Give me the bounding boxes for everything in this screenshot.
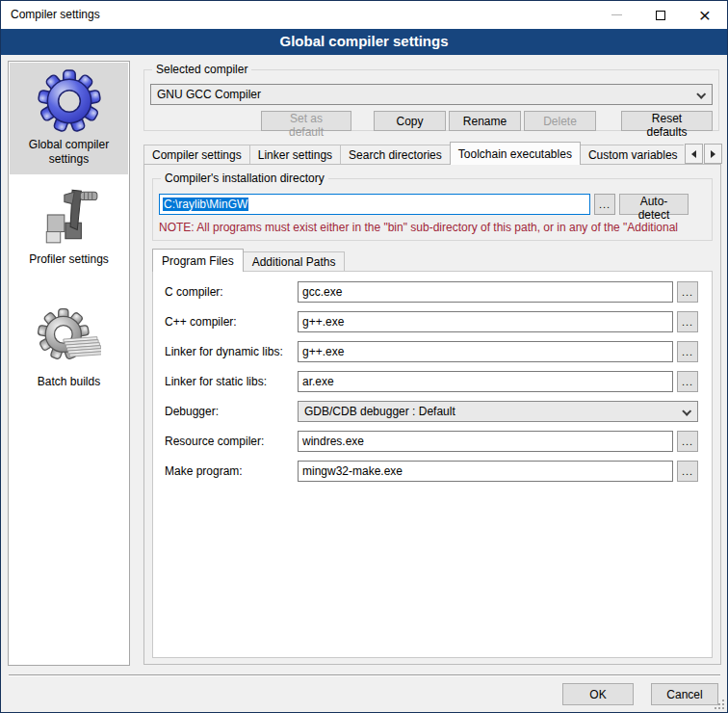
- sidebar-item-label: Global compiler settings: [12, 138, 126, 167]
- sidebar-item-label: Profiler settings: [29, 252, 109, 267]
- static-linker-label: Linker for static libs:: [165, 375, 298, 388]
- make-program-label: Make program:: [165, 464, 298, 478]
- debugger-select[interactable]: GDB/CDB debugger : Default: [298, 401, 698, 422]
- right-arrow-icon: [711, 150, 715, 158]
- maximize-button[interactable]: [638, 1, 683, 29]
- resize-grip[interactable]: [714, 699, 725, 710]
- make-program-input[interactable]: [298, 461, 673, 482]
- tab-compiler-settings[interactable]: Compiler settings: [143, 145, 250, 165]
- tab-toolchain-executables[interactable]: Toolchain executables: [450, 142, 581, 165]
- tab-linker-settings[interactable]: Linker settings: [249, 145, 341, 165]
- tab-custom-variables[interactable]: Custom variables: [580, 145, 684, 165]
- dynamic-linker-row: Linker for dynamic libs: ...: [165, 341, 698, 362]
- selected-compiler-legend: Selected compiler: [152, 63, 251, 76]
- window-title: Compiler settings: [11, 1, 100, 29]
- resource-compiler-label: Resource compiler:: [165, 435, 298, 448]
- compiler-select[interactable]: GNU GCC Compiler: [150, 84, 713, 105]
- set-as-default-button[interactable]: Set as default: [261, 111, 351, 131]
- resource-compiler-row: Resource compiler: ...: [165, 431, 698, 452]
- blue-gear-icon: [38, 69, 101, 133]
- minimize-icon: [611, 14, 622, 15]
- install-dir-input[interactable]: C:\raylib\MinGW: [159, 194, 590, 215]
- program-subtabs: Program Files Additional Paths: [152, 249, 344, 271]
- sidebar-item-batch-builds[interactable]: Batch builds: [10, 300, 128, 397]
- titlebar[interactable]: Compiler settings ×: [1, 1, 727, 29]
- bin-subdirectory-note: NOTE: All programs must exist either in …: [159, 221, 710, 234]
- subtab-additional-paths[interactable]: Additional Paths: [243, 251, 346, 271]
- installation-directory-group: Compiler's installation directory C:\ray…: [152, 178, 713, 241]
- minimize-button[interactable]: [594, 1, 638, 29]
- install-dir-value: C:\raylib\MinGW: [163, 198, 248, 211]
- cpp-compiler-label: C++ compiler:: [165, 315, 298, 329]
- make-program-browse-button[interactable]: ...: [677, 461, 698, 482]
- debugger-select-value: GDB/CDB debugger : Default: [304, 405, 455, 418]
- cpp-compiler-row: C++ compiler: ...: [165, 311, 698, 332]
- dynamic-linker-browse-button[interactable]: ...: [677, 341, 698, 362]
- program-files-panel: C compiler: ... C++ compiler: ... Linker…: [152, 271, 713, 658]
- tab-scroll-left-button[interactable]: [685, 144, 703, 164]
- maximize-icon: [656, 11, 665, 20]
- compiler-buttons: Set as default Copy Rename Delete Reset …: [261, 111, 713, 131]
- chevron-down-icon: [696, 89, 706, 98]
- rename-button[interactable]: Rename: [449, 111, 521, 131]
- tab-scroll-right-button[interactable]: [704, 144, 722, 164]
- toolchain-executables-page: Compiler's installation directory C:\ray…: [143, 164, 721, 665]
- gear-stack-icon: [38, 306, 101, 370]
- caliper-icon: [38, 184, 101, 248]
- delete-button[interactable]: Delete: [524, 111, 596, 131]
- settings-tabs: Compiler settings Linker settings Search…: [143, 142, 684, 165]
- make-program-row: Make program: ...: [165, 461, 698, 482]
- auto-detect-button[interactable]: Auto-detect: [619, 194, 689, 215]
- static-linker-input[interactable]: [298, 371, 673, 392]
- c-compiler-row: C compiler: ...: [165, 281, 698, 303]
- cpp-compiler-browse-button[interactable]: ...: [677, 311, 698, 332]
- chevron-down-icon: [682, 406, 691, 415]
- footer-separator: [9, 674, 720, 676]
- c-compiler-browse-button[interactable]: ...: [677, 281, 698, 303]
- reset-defaults-button[interactable]: Reset defaults: [621, 111, 713, 131]
- copy-button[interactable]: Copy: [374, 111, 446, 131]
- debugger-row: Debugger: GDB/CDB debugger : Default: [165, 401, 698, 422]
- left-arrow-icon: [691, 150, 696, 158]
- selected-compiler-group: Selected compiler GNU GCC Compiler Set a…: [143, 69, 719, 131]
- resource-compiler-input[interactable]: [298, 431, 673, 452]
- dialog-body: Global compiler settings Profiler settin…: [1, 55, 727, 712]
- compiler-select-value: GNU GCC Compiler: [157, 88, 261, 101]
- dynamic-linker-label: Linker for dynamic libs:: [165, 345, 298, 358]
- cancel-button[interactable]: Cancel: [651, 683, 718, 705]
- caption-buttons: ×: [594, 1, 727, 29]
- page-title: Global compiler settings: [1, 29, 727, 55]
- footer-buttons: OK Cancel: [562, 683, 718, 705]
- cpp-compiler-input[interactable]: [298, 311, 673, 332]
- dynamic-linker-input[interactable]: [298, 341, 673, 362]
- compiler-settings-dialog: Compiler settings × Global compiler sett…: [0, 0, 728, 713]
- ok-button[interactable]: OK: [562, 683, 634, 705]
- sidebar-item-profiler-settings[interactable]: Profiler settings: [10, 177, 128, 275]
- installation-directory-legend: Compiler's installation directory: [161, 172, 328, 185]
- sidebar-item-label: Batch builds: [38, 375, 100, 389]
- close-button[interactable]: ×: [683, 1, 727, 29]
- installation-directory-row: C:\raylib\MinGW ... Auto-detect: [159, 194, 689, 215]
- c-compiler-input[interactable]: [298, 281, 673, 303]
- static-linker-row: Linker for static libs: ...: [165, 371, 698, 392]
- c-compiler-label: C compiler:: [165, 285, 298, 299]
- static-linker-browse-button[interactable]: ...: [677, 371, 698, 392]
- tab-scroll-buttons: [685, 144, 722, 164]
- settings-sidebar: Global compiler settings Profiler settin…: [8, 61, 130, 666]
- resource-compiler-browse-button[interactable]: ...: [677, 431, 698, 452]
- close-icon: ×: [699, 6, 711, 25]
- tab-search-directories[interactable]: Search directories: [340, 145, 451, 165]
- subtab-program-files[interactable]: Program Files: [152, 249, 244, 272]
- install-dir-browse-button[interactable]: ...: [594, 194, 615, 215]
- sidebar-item-global-compiler-settings[interactable]: Global compiler settings: [10, 63, 128, 174]
- debugger-label: Debugger:: [165, 405, 298, 418]
